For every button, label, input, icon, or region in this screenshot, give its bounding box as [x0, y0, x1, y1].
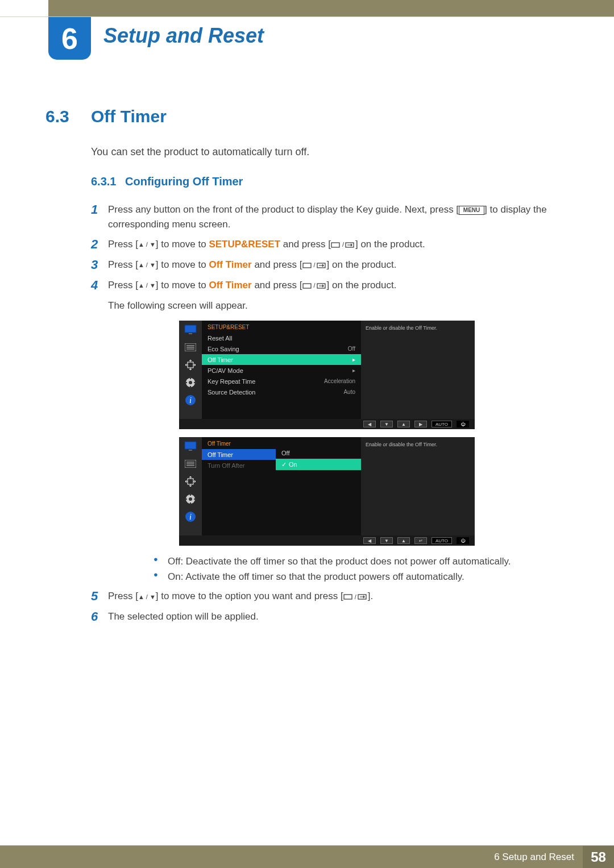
monitor-icon — [184, 441, 197, 452]
updown-icon: ▲ / ▼ — [138, 261, 156, 270]
section-intro: You can set the product to automatically… — [91, 146, 557, 158]
expand-icon — [184, 359, 197, 371]
step-number: 6 — [91, 609, 108, 624]
svg-rect-4 — [303, 284, 311, 288]
enter-source-icon: / — [343, 592, 368, 601]
check-icon: ✓ — [281, 461, 287, 468]
chapter-title: Setup and Reset — [103, 24, 264, 48]
bullet-on: ●On: Activate the off timer so that the … — [154, 569, 557, 584]
bullet-text: : Activate the off timer so that the pro… — [181, 571, 464, 582]
step-3: 3 Press [▲ / ▼] to move to Off Timer and… — [91, 258, 557, 272]
footer-chapter-title: Setup and Reset — [502, 852, 574, 862]
nav-left-icon: ◀ — [363, 421, 376, 427]
step-4: 4 Press [▲ / ▼] to move to Off Timer and… — [91, 278, 557, 313]
bullet-highlight: Off — [168, 556, 180, 567]
footer-chapter-num: 6 — [494, 852, 499, 862]
svg-text:i: i — [189, 396, 192, 405]
step-2: 2 Press [▲ / ▼] to move to SETUP&RESET a… — [91, 237, 557, 252]
step-text: and press [ — [252, 280, 302, 290]
osd-nav-bar: ◀ ▼ ▲ ▶ AUTO ⏻ — [179, 419, 475, 429]
step-text: ] to move to — [156, 239, 209, 250]
step-number: 3 — [91, 258, 108, 272]
updown-icon: ▲ / ▼ — [138, 240, 156, 250]
subsection-title: Configuring Off Timer — [125, 175, 243, 188]
nav-auto-button: AUTO — [432, 537, 452, 544]
step-text: ] to move to the option you want and pre… — [156, 591, 343, 601]
updown-icon: ▲ / ▼ — [138, 592, 156, 601]
osd-row-label: Turn Off After — [208, 462, 244, 469]
osd-row: Eco SavingOff — [202, 343, 361, 354]
step-1: 1 Press any button on the front of the p… — [91, 202, 557, 231]
step-text: and press [ — [280, 239, 331, 250]
osd-row: Reset All — [202, 333, 361, 343]
svg-rect-2 — [303, 263, 311, 268]
gear-icon — [184, 377, 197, 388]
page-footer: 6 Setup and Reset 58 — [0, 845, 614, 868]
monitor-icon — [184, 324, 197, 335]
list-icon — [184, 458, 197, 470]
osd-row: Source DetectionAuto — [202, 387, 361, 397]
subsection-number: 6.3.1 — [91, 175, 125, 188]
svg-point-14 — [189, 381, 192, 384]
chapter-badge: 6 — [48, 17, 91, 60]
step-text: ] to move to — [156, 259, 209, 270]
option-label: Off — [281, 450, 289, 456]
svg-rect-7 — [189, 333, 192, 334]
step-text: Press [ — [108, 591, 138, 601]
enter-source-icon: / — [331, 240, 355, 250]
osd-row: Key Repeat TimeAcceleration — [202, 376, 361, 387]
osd-nav-bar: ◀ ▼ ▲ ↵ AUTO ⏻ — [179, 535, 475, 546]
step-6: 6 The selected option will be applied. — [91, 609, 557, 624]
osd-row-label: Off Timer — [208, 356, 233, 363]
section-body: 6.3 Off Timer You can set the product to… — [45, 107, 557, 630]
osd-row-selected: Off Timer — [202, 449, 276, 460]
svg-rect-0 — [331, 243, 339, 247]
step-text: ] to move to — [156, 280, 209, 290]
info-icon: i — [184, 394, 197, 406]
header-bar — [0, 0, 614, 17]
list-icon — [184, 342, 197, 353]
bullet-dot-icon: ● — [154, 554, 168, 569]
step-text: ] on the product. — [355, 239, 425, 250]
osd-row-selected: Off Timer▸ — [202, 354, 361, 365]
nav-auto-button: AUTO — [432, 421, 452, 427]
osd-title: SETUP&RESET — [202, 321, 361, 333]
highlight-text: Off Timer — [209, 280, 251, 290]
osd-row-label: Reset All — [208, 335, 232, 342]
step-number: 1 — [91, 202, 108, 217]
bullet-dot-icon: ● — [154, 569, 168, 584]
osd-row-label: Off Timer — [208, 451, 233, 458]
svg-rect-12 — [188, 362, 193, 368]
nav-up-icon: ▲ — [397, 537, 410, 544]
bullet-text: : Deactivate the off timer so that the p… — [180, 556, 511, 567]
enter-source-icon: / — [302, 261, 327, 270]
svg-rect-27 — [188, 479, 193, 484]
step-text: ] on the product. — [327, 280, 397, 290]
step-text: and press [ — [252, 259, 302, 270]
highlight-text: SETUP&RESET — [209, 239, 280, 250]
step-text: Press [ — [108, 239, 138, 250]
nav-left-icon: ◀ — [363, 537, 376, 544]
updown-icon: ▲ / ▼ — [138, 281, 156, 290]
section-title: Off Timer — [91, 107, 167, 126]
nav-down-icon: ▼ — [380, 421, 393, 427]
nav-right-icon: ▶ — [414, 421, 427, 427]
highlight-text: Off Timer — [209, 259, 251, 270]
svg-text:i: i — [189, 513, 192, 521]
svg-point-29 — [189, 497, 192, 501]
osd-row: PC/AV Mode▸ — [202, 365, 361, 376]
chapter-number: 6 — [61, 22, 78, 56]
step-text: Press any button on the front of the pro… — [108, 204, 459, 215]
gear-icon — [184, 493, 197, 505]
bullet-highlight: On — [168, 571, 181, 582]
step-note: The following screen will appear. — [108, 298, 396, 313]
step-text: Press [ — [108, 259, 138, 270]
osd-description: Enable or disable the Off Timer. — [361, 321, 475, 419]
nav-enter-icon: ↵ — [414, 537, 427, 544]
osd-title: Off Timer — [202, 437, 276, 449]
osd-row-label: Source Detection — [208, 389, 255, 396]
svg-rect-6 — [185, 325, 196, 333]
step-number: 2 — [91, 237, 108, 252]
step-number: 5 — [91, 589, 108, 604]
step-text: The selected option will be applied. — [108, 611, 259, 622]
